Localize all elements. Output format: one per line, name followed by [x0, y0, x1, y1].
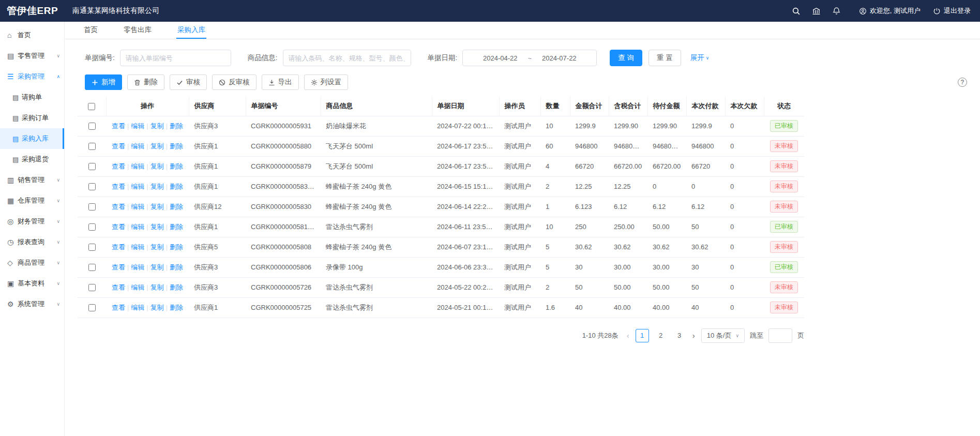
- help-icon[interactable]: ?: [958, 78, 967, 87]
- edit-link[interactable]: 编辑: [131, 162, 144, 170]
- view-link[interactable]: 查看: [112, 203, 125, 211]
- delete-link[interactable]: 删除: [170, 263, 183, 271]
- view-link[interactable]: 查看: [112, 142, 125, 150]
- view-link[interactable]: 查看: [112, 283, 125, 291]
- sidebar-item-purchase-inbound[interactable]: ▤采购入库: [0, 128, 64, 149]
- column-settings-button[interactable]: 列设置: [304, 74, 349, 90]
- tab-home[interactable]: 首页: [83, 22, 99, 39]
- edit-link[interactable]: 编辑: [131, 283, 144, 291]
- delete-link[interactable]: 删除: [170, 304, 183, 311]
- sidebar-item-report[interactable]: ◷报表查询∨: [0, 232, 64, 252]
- edit-link[interactable]: 编辑: [131, 203, 144, 211]
- page-size-select[interactable]: 10 条/页∨: [701, 328, 745, 343]
- edit-link[interactable]: 编辑: [131, 263, 144, 271]
- sidebar-item-product[interactable]: ◇商品管理∨: [0, 252, 64, 273]
- sidebar-item-purchase-return[interactable]: ▤采购退货: [0, 149, 64, 170]
- unaudit-button[interactable]: 反审核: [212, 74, 257, 90]
- jump-page-input[interactable]: [768, 328, 792, 343]
- row-checkbox[interactable]: [88, 143, 96, 150]
- edit-link[interactable]: 编辑: [131, 122, 144, 130]
- row-checkbox[interactable]: [88, 183, 96, 190]
- date-range-input[interactable]: 2024-04-22 ~ 2024-07-22: [462, 50, 597, 66]
- add-button[interactable]: 新增: [85, 74, 122, 90]
- date-to-value[interactable]: 2024-07-22: [542, 54, 577, 62]
- delete-link[interactable]: 删除: [170, 283, 183, 291]
- reset-button[interactable]: 重 置: [649, 50, 681, 66]
- view-link[interactable]: 查看: [112, 304, 125, 311]
- sidebar-item-sales[interactable]: ▥销售管理∨: [0, 170, 64, 190]
- page-number-2[interactable]: 2: [654, 329, 668, 342]
- row-checkbox[interactable]: [88, 304, 96, 311]
- sidebar-item-purchase-order[interactable]: ▤采购订单: [0, 108, 64, 128]
- sidebar-item-request-bill[interactable]: ▤请购单: [0, 87, 64, 108]
- page-number-3[interactable]: 3: [673, 329, 686, 342]
- row-checkbox[interactable]: [88, 223, 96, 231]
- copy-link[interactable]: 复制: [150, 304, 164, 311]
- view-link[interactable]: 查看: [112, 122, 125, 130]
- delete-link[interactable]: 删除: [170, 223, 183, 231]
- copy-link[interactable]: 复制: [150, 142, 164, 150]
- sidebar-item-basic[interactable]: ▣基本资料∨: [0, 273, 64, 294]
- date-from-value[interactable]: 2024-04-22: [483, 54, 518, 62]
- view-link[interactable]: 查看: [112, 183, 125, 190]
- product-info-input[interactable]: [283, 50, 411, 66]
- search-icon[interactable]: [792, 7, 801, 16]
- audit-button[interactable]: 审核: [170, 74, 207, 90]
- sidebar-item-finance[interactable]: ◎财务管理∨: [0, 211, 64, 232]
- row-checkbox[interactable]: [88, 244, 96, 251]
- row-checkbox[interactable]: [88, 203, 96, 211]
- sidebar-item-retail[interactable]: ▤零售管理∨: [0, 46, 64, 66]
- search-button[interactable]: 查 询: [610, 50, 642, 66]
- page-number-1[interactable]: 1: [636, 329, 649, 342]
- prev-page-button[interactable]: ‹: [626, 331, 630, 340]
- copy-link[interactable]: 复制: [150, 243, 164, 251]
- sidebar-item-purchase[interactable]: ☰采购管理∧: [0, 66, 64, 87]
- bank-icon[interactable]: [812, 7, 821, 16]
- copy-link[interactable]: 复制: [150, 183, 164, 190]
- edit-link[interactable]: 编辑: [131, 223, 144, 231]
- export-button[interactable]: 导出: [262, 74, 299, 90]
- copy-link[interactable]: 复制: [150, 263, 164, 271]
- copy-link[interactable]: 复制: [150, 122, 164, 130]
- sidebar-item-warehouse[interactable]: ▦仓库管理∨: [0, 190, 64, 211]
- delete-link[interactable]: 删除: [170, 183, 183, 190]
- edit-link[interactable]: 编辑: [131, 183, 144, 190]
- view-link[interactable]: 查看: [112, 223, 125, 231]
- sidebar-item-home[interactable]: ⌂首页: [0, 25, 64, 46]
- cell-tax-amount: 50.00: [609, 277, 647, 297]
- row-checkbox[interactable]: [88, 284, 96, 291]
- sidebar-item-system[interactable]: ⚙系统管理∨: [0, 294, 64, 314]
- welcome-user[interactable]: 欢迎您, 测试用户: [859, 6, 921, 16]
- copy-link[interactable]: 复制: [150, 283, 164, 291]
- cell-qty: 10: [540, 217, 570, 237]
- row-actions: 查看|编辑|复制|删除: [106, 277, 189, 297]
- delete-link[interactable]: 删除: [170, 203, 183, 211]
- view-link[interactable]: 查看: [112, 162, 125, 170]
- tab-purchase-inbound[interactable]: 采购入库: [176, 22, 206, 39]
- delete-link[interactable]: 删除: [170, 243, 183, 251]
- delete-button[interactable]: 删除: [127, 74, 164, 90]
- tab-retail-outbound[interactable]: 零售出库: [123, 22, 153, 39]
- edit-link[interactable]: 编辑: [131, 142, 144, 150]
- expand-toggle[interactable]: 展开 ∨: [690, 53, 710, 63]
- bell-icon[interactable]: [832, 7, 841, 16]
- row-checkbox[interactable]: [88, 264, 96, 271]
- copy-link[interactable]: 复制: [150, 203, 164, 211]
- bill-no-input[interactable]: [120, 50, 231, 66]
- view-link[interactable]: 查看: [112, 243, 125, 251]
- logout-button[interactable]: 退出登录: [933, 6, 971, 16]
- row-select-cell: [78, 116, 106, 136]
- edit-link[interactable]: 编辑: [131, 243, 144, 251]
- copy-link[interactable]: 复制: [150, 162, 164, 170]
- delete-link[interactable]: 删除: [170, 142, 183, 150]
- view-link[interactable]: 查看: [112, 263, 125, 271]
- next-page-button[interactable]: ›: [691, 331, 696, 340]
- row-checkbox[interactable]: [88, 163, 96, 170]
- action-separator: |: [127, 243, 129, 251]
- row-checkbox[interactable]: [88, 123, 96, 130]
- copy-link[interactable]: 复制: [150, 223, 164, 231]
- delete-link[interactable]: 删除: [170, 162, 183, 170]
- delete-link[interactable]: 删除: [170, 122, 183, 130]
- select-all-checkbox[interactable]: [88, 103, 95, 110]
- edit-link[interactable]: 编辑: [131, 304, 144, 311]
